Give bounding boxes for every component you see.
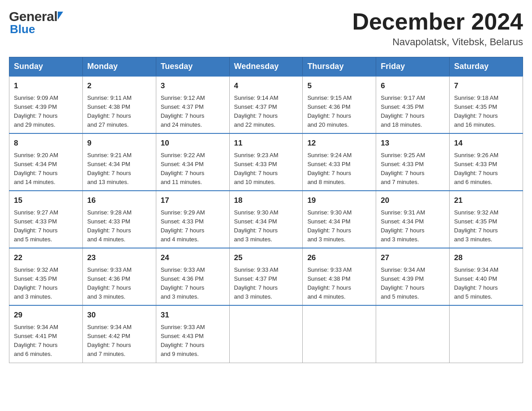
calendar-cell: 9 Sunrise: 9:21 AMSunset: 4:34 PMDayligh…	[82, 133, 156, 191]
calendar-cell: 26 Sunrise: 9:33 AMSunset: 4:38 PMDaylig…	[303, 248, 376, 305]
month-title: December 2024	[352, 9, 523, 34]
day-info: Sunrise: 9:32 AMSunset: 4:35 PMDaylight:…	[454, 209, 498, 243]
calendar-cell: 14 Sunrise: 9:26 AMSunset: 4:33 PMDaylig…	[450, 133, 523, 191]
day-number: 7	[454, 80, 518, 92]
day-info: Sunrise: 9:33 AMSunset: 4:36 PMDaylight:…	[161, 266, 205, 300]
day-info: Sunrise: 9:31 AMSunset: 4:34 PMDaylight:…	[381, 209, 425, 243]
day-info: Sunrise: 9:34 AMSunset: 4:40 PMDaylight:…	[454, 266, 498, 300]
logo-general-text: General	[9, 9, 57, 24]
day-info: Sunrise: 9:33 AMSunset: 4:38 PMDaylight:…	[307, 266, 352, 300]
day-number: 5	[307, 80, 371, 92]
calendar-cell: 11 Sunrise: 9:23 AMSunset: 4:33 PMDaylig…	[229, 133, 303, 191]
day-info: Sunrise: 9:22 AMSunset: 4:34 PMDaylight:…	[161, 152, 205, 185]
day-number: 3	[161, 80, 225, 92]
day-number: 31	[161, 309, 225, 321]
day-number: 12	[307, 137, 371, 149]
day-info: Sunrise: 9:17 AMSunset: 4:35 PMDaylight:…	[381, 94, 425, 128]
calendar-cell: 30 Sunrise: 9:34 AMSunset: 4:42 PMDaylig…	[82, 305, 156, 363]
week-row-3: 15 Sunrise: 9:27 AMSunset: 4:33 PMDaylig…	[9, 191, 523, 248]
calendar-cell: 31 Sunrise: 9:33 AMSunset: 4:43 PMDaylig…	[156, 305, 229, 363]
day-number: 21	[454, 195, 518, 206]
calendar-cell	[376, 305, 450, 363]
logo: General Blue	[9, 9, 63, 36]
day-number: 10	[161, 137, 225, 149]
day-info: Sunrise: 9:34 AMSunset: 4:39 PMDaylight:…	[381, 266, 425, 300]
logo-arrow-icon	[58, 12, 63, 20]
day-number: 28	[454, 252, 518, 264]
calendar-cell: 16 Sunrise: 9:28 AMSunset: 4:33 PMDaylig…	[82, 191, 156, 248]
calendar-cell: 8 Sunrise: 9:20 AMSunset: 4:34 PMDayligh…	[9, 133, 83, 191]
day-number: 23	[87, 252, 151, 264]
week-row-1: 1 Sunrise: 9:09 AMSunset: 4:39 PMDayligh…	[9, 76, 523, 133]
calendar-cell: 1 Sunrise: 9:09 AMSunset: 4:39 PMDayligh…	[9, 76, 83, 133]
calendar-cell: 29 Sunrise: 9:34 AMSunset: 4:41 PMDaylig…	[9, 305, 83, 363]
day-number: 24	[161, 252, 225, 264]
day-info: Sunrise: 9:23 AMSunset: 4:33 PMDaylight:…	[234, 152, 279, 185]
calendar-cell: 4 Sunrise: 9:14 AMSunset: 4:37 PMDayligh…	[229, 76, 303, 133]
header-saturday: Saturday	[450, 57, 523, 77]
day-info: Sunrise: 9:15 AMSunset: 4:36 PMDaylight:…	[307, 94, 352, 128]
day-number: 11	[234, 137, 298, 149]
header-thursday: Thursday	[303, 57, 376, 77]
day-number: 22	[14, 252, 78, 264]
calendar-cell: 22 Sunrise: 9:32 AMSunset: 4:35 PMDaylig…	[9, 248, 83, 305]
calendar-cell: 6 Sunrise: 9:17 AMSunset: 4:35 PMDayligh…	[376, 76, 450, 133]
day-number: 4	[234, 80, 298, 92]
week-row-2: 8 Sunrise: 9:20 AMSunset: 4:34 PMDayligh…	[9, 133, 523, 191]
day-number: 15	[14, 195, 78, 206]
day-info: Sunrise: 9:09 AMSunset: 4:39 PMDaylight:…	[14, 94, 58, 128]
day-number: 1	[14, 80, 78, 92]
header-wednesday: Wednesday	[229, 57, 303, 77]
calendar-cell: 23 Sunrise: 9:33 AMSunset: 4:36 PMDaylig…	[82, 248, 156, 305]
calendar-cell	[229, 305, 303, 363]
calendar-cell: 24 Sunrise: 9:33 AMSunset: 4:36 PMDaylig…	[156, 248, 229, 305]
day-info: Sunrise: 9:11 AMSunset: 4:38 PMDaylight:…	[87, 94, 132, 128]
day-number: 30	[87, 309, 151, 321]
day-number: 13	[381, 137, 445, 149]
day-info: Sunrise: 9:33 AMSunset: 4:37 PMDaylight:…	[234, 266, 279, 300]
day-info: Sunrise: 9:30 AMSunset: 4:34 PMDaylight:…	[307, 209, 352, 243]
calendar-cell: 2 Sunrise: 9:11 AMSunset: 4:38 PMDayligh…	[82, 76, 156, 133]
day-number: 29	[14, 309, 78, 321]
calendar-cell: 20 Sunrise: 9:31 AMSunset: 4:34 PMDaylig…	[376, 191, 450, 248]
day-number: 19	[307, 195, 371, 206]
day-number: 25	[234, 252, 298, 264]
calendar-cell: 7 Sunrise: 9:18 AMSunset: 4:35 PMDayligh…	[450, 76, 523, 133]
calendar-table: Sunday Monday Tuesday Wednesday Thursday…	[9, 57, 523, 363]
day-info: Sunrise: 9:30 AMSunset: 4:34 PMDaylight:…	[234, 209, 279, 243]
week-row-5: 29 Sunrise: 9:34 AMSunset: 4:41 PMDaylig…	[9, 305, 523, 363]
calendar-cell: 21 Sunrise: 9:32 AMSunset: 4:35 PMDaylig…	[450, 191, 523, 248]
day-info: Sunrise: 9:26 AMSunset: 4:33 PMDaylight:…	[454, 152, 498, 185]
calendar-cell: 15 Sunrise: 9:27 AMSunset: 4:33 PMDaylig…	[9, 191, 83, 248]
calendar-cell: 17 Sunrise: 9:29 AMSunset: 4:33 PMDaylig…	[156, 191, 229, 248]
day-info: Sunrise: 9:14 AMSunset: 4:37 PMDaylight:…	[234, 94, 279, 128]
day-number: 18	[234, 195, 298, 206]
calendar-cell: 25 Sunrise: 9:33 AMSunset: 4:37 PMDaylig…	[229, 248, 303, 305]
calendar-cell: 27 Sunrise: 9:34 AMSunset: 4:39 PMDaylig…	[376, 248, 450, 305]
calendar-cell: 18 Sunrise: 9:30 AMSunset: 4:34 PMDaylig…	[229, 191, 303, 248]
day-number: 6	[381, 80, 445, 92]
day-number: 8	[14, 137, 78, 149]
header-friday: Friday	[376, 57, 450, 77]
day-info: Sunrise: 9:12 AMSunset: 4:37 PMDaylight:…	[161, 94, 205, 128]
title-block: December 2024 Navapolatsk, Vitebsk, Bela…	[352, 9, 523, 48]
day-number: 27	[381, 252, 445, 264]
calendar-cell	[450, 305, 523, 363]
calendar-cell: 19 Sunrise: 9:30 AMSunset: 4:34 PMDaylig…	[303, 191, 376, 248]
day-info: Sunrise: 9:34 AMSunset: 4:42 PMDaylight:…	[87, 324, 132, 357]
day-info: Sunrise: 9:18 AMSunset: 4:35 PMDaylight:…	[454, 94, 498, 128]
day-info: Sunrise: 9:33 AMSunset: 4:43 PMDaylight:…	[161, 324, 205, 357]
day-info: Sunrise: 9:28 AMSunset: 4:33 PMDaylight:…	[87, 209, 132, 243]
day-number: 2	[87, 80, 151, 92]
day-info: Sunrise: 9:25 AMSunset: 4:33 PMDaylight:…	[381, 152, 425, 185]
day-number: 14	[454, 137, 518, 149]
day-number: 17	[161, 195, 225, 206]
day-info: Sunrise: 9:33 AMSunset: 4:36 PMDaylight:…	[87, 266, 132, 300]
calendar-cell: 3 Sunrise: 9:12 AMSunset: 4:37 PMDayligh…	[156, 76, 229, 133]
day-info: Sunrise: 9:27 AMSunset: 4:33 PMDaylight:…	[14, 209, 58, 243]
calendar-cell: 5 Sunrise: 9:15 AMSunset: 4:36 PMDayligh…	[303, 76, 376, 133]
logo-blue-text: Blue	[10, 22, 35, 36]
day-info: Sunrise: 9:29 AMSunset: 4:33 PMDaylight:…	[161, 209, 205, 243]
header-tuesday: Tuesday	[156, 57, 229, 77]
page-header: General Blue December 2024 Navapolatsk, …	[9, 9, 523, 48]
